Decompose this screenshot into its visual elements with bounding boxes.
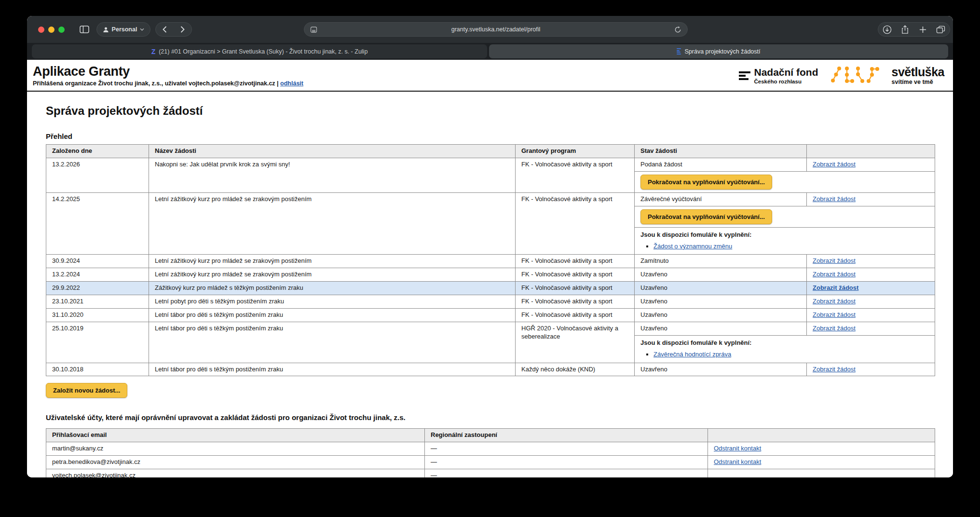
col-remove: [708, 429, 935, 442]
application-program: FK - Volnočasové aktivity a sport: [516, 255, 635, 268]
sidebar-toggle-button[interactable]: [76, 22, 93, 37]
col-program: Grantový program: [516, 145, 635, 158]
view-application-link[interactable]: Zobrazit žádost: [813, 325, 856, 332]
svetluska-subtitle: svítíme ve tmě: [892, 79, 944, 85]
address-bar[interactable]: granty.svetluska.net/zadatel/profil: [304, 22, 688, 37]
application-date: 30.10.2018: [46, 363, 149, 376]
application-program: HGŘ 2020 - Volnočasové aktivity a sebere…: [516, 322, 635, 363]
col-email: Přihlašovací email: [46, 429, 425, 442]
application-row: 30.9.2024Letní zážitkový kurz pro mládež…: [46, 255, 935, 268]
application-view-cell: Zobrazit žádost: [807, 322, 935, 335]
application-program: FK - Volnočasové aktivity a sport: [516, 192, 635, 255]
new-tab-button[interactable]: [914, 26, 932, 34]
application-status: Zamítnuto: [635, 255, 807, 268]
application-name: Nakopni se: Jak udělat prvník krok za sv…: [149, 158, 516, 192]
application-program: FK - Volnočasové aktivity a sport: [516, 309, 635, 322]
application-name: Letní pobyt pro děti s těžkým postižením…: [149, 295, 516, 309]
application-view-cell: Zobrazit žádost: [807, 309, 935, 322]
view-application-link[interactable]: Zobrazit žádost: [813, 284, 858, 291]
user-email: martin@sukany.cz: [46, 442, 425, 456]
application-date: 30.9.2024: [46, 255, 149, 268]
applications-header-row: Založeno dne Název žádosti Grantový prog…: [46, 145, 935, 158]
application-name: Letní zážitkový kurz pro mládež se zrako…: [149, 255, 516, 268]
application-status: Uzavřeno: [635, 268, 807, 282]
application-date: 23.10.2021: [46, 295, 149, 309]
download-icon: [883, 25, 892, 34]
chevron-right-icon: [180, 26, 185, 33]
share-button[interactable]: [896, 25, 914, 34]
view-application-link[interactable]: Zobrazit žádost: [813, 195, 856, 203]
tab-sprava-zadosti[interactable]: Správa projektových žádostí: [489, 44, 948, 58]
application-row: 14.2.2025Letní zážitkový kurz pro mládež…: [46, 192, 935, 206]
header-logos: Nadační fond Českého rozhlasu: [739, 65, 946, 87]
minimize-window-button[interactable]: [48, 27, 54, 33]
form-link[interactable]: Závěrečná hodnotící zpráva: [653, 351, 731, 358]
application-program: Každý něco dokáže (KND): [516, 363, 635, 376]
application-row: 25.10.2019Letní tábor pro děti s těžkým …: [46, 322, 935, 335]
application-name: Letní tábor pro děti s těžkým postižením…: [149, 322, 516, 363]
application-row: 23.10.2021Letní pobyt pro děti s těžkým …: [46, 295, 935, 309]
toolbar-right-group: [878, 22, 950, 37]
sidebar-icon: [80, 26, 89, 33]
user-row: vojtech.polasek@zivotjinak.cz—: [46, 469, 935, 477]
application-view-cell: Zobrazit žádost: [807, 282, 935, 295]
col-founded: Založeno dne: [46, 145, 149, 158]
application-name: Letní zážitkový kurz pro mládež se zrako…: [149, 268, 516, 282]
chevron-down-icon: [140, 28, 144, 31]
forms-list-item: Závěrečná hodnotící zpráva: [653, 351, 929, 359]
application-status: Uzavřeno: [635, 295, 807, 309]
close-window-button[interactable]: [38, 27, 44, 33]
remove-contact-link[interactable]: Odstranit kontakt: [714, 458, 761, 465]
application-name: Letní tábor pro děti s těžkým postižením…: [149, 309, 516, 322]
view-application-link[interactable]: Zobrazit žádost: [813, 311, 856, 318]
back-button[interactable]: [156, 26, 174, 33]
view-application-link[interactable]: Zobrazit žádost: [813, 271, 856, 278]
application-row: 31.10.2020Letní tábor pro děti s těžkým …: [46, 309, 935, 322]
continue-settlement-button[interactable]: Pokračovat na vyplňování vyúčtování...: [640, 209, 772, 224]
view-application-link[interactable]: Zobrazit žádost: [813, 161, 856, 168]
application-view-cell: Zobrazit žádost: [807, 295, 935, 309]
zulip-z-icon: Z: [151, 48, 156, 55]
user-row: martin@sukany.cz—Odstranit kontakt: [46, 442, 935, 456]
page-title: Správa projektových žádostí: [46, 104, 953, 118]
tab-zulip[interactable]: Z (21) #01 Organizacni > Grant Svetluska…: [32, 44, 487, 58]
svetluska-title: světluška: [892, 66, 944, 78]
rozhlas-bars-icon: [739, 71, 750, 80]
tab-overview-button[interactable]: [932, 26, 950, 34]
view-application-link[interactable]: Zobrazit žádost: [813, 257, 856, 264]
logout-link[interactable]: odhlásit: [280, 80, 303, 87]
forms-list: Závěrečná hodnotící zpráva: [653, 351, 929, 359]
nadacni-fond-logo: Nadační fond Českého rozhlasu: [739, 67, 818, 84]
new-application-button[interactable]: Založit novou žádost...: [46, 383, 127, 398]
view-application-link[interactable]: Zobrazit žádost: [813, 298, 856, 305]
user-row: petra.benedikova@zivotjinak.cz—Odstranit…: [46, 456, 935, 469]
reload-icon[interactable]: [674, 26, 681, 33]
application-date: 13.2.2026: [46, 158, 149, 192]
application-name: Letní tábor pro děti s těžkým postižením…: [149, 363, 516, 376]
col-region: Regionální zastoupení: [425, 429, 708, 442]
application-row: 13.2.2026Nakopni se: Jak udělat prvník k…: [46, 158, 935, 171]
continue-settlement-button[interactable]: Pokračovat na vyplňování vyúčtování...: [640, 175, 772, 190]
remove-contact-link[interactable]: Odstranit kontakt: [714, 445, 761, 452]
forms-list-item: Žádost o významnou změnu: [653, 243, 929, 251]
zoom-window-button[interactable]: [58, 27, 65, 33]
form-link[interactable]: Žádost o významnou změnu: [653, 243, 732, 250]
forward-button[interactable]: [174, 26, 191, 33]
application-date: 13.2.2024: [46, 268, 149, 282]
application-date: 14.2.2025: [46, 192, 149, 255]
user-remove-cell: [708, 469, 935, 477]
app-header: Aplikace Granty Přihlášená organizace Ži…: [27, 60, 953, 92]
view-application-link[interactable]: Zobrazit žádost: [813, 366, 856, 373]
forms-available-label: Jsou k dispozici fomuláře k vyplnění:: [640, 231, 929, 239]
col-status: Stav žádosti: [635, 145, 807, 158]
users-table: Přihlašovací email Regionální zastoupení…: [46, 428, 935, 477]
application-forms-cell: Jsou k dispozici fomuláře k vyplnění:Žád…: [635, 227, 935, 255]
profile-switcher[interactable]: Personal: [96, 22, 150, 37]
app-title: Aplikace Granty: [33, 64, 303, 79]
downloads-button[interactable]: [878, 25, 896, 34]
chevron-left-icon: [163, 26, 167, 33]
application-action-cell: Pokračovat na vyplňování vyúčtování...: [635, 206, 935, 227]
plus-icon: [919, 26, 927, 34]
application-program: FK - Volnočasové aktivity a sport: [516, 268, 635, 282]
tabs-icon: [936, 26, 945, 34]
